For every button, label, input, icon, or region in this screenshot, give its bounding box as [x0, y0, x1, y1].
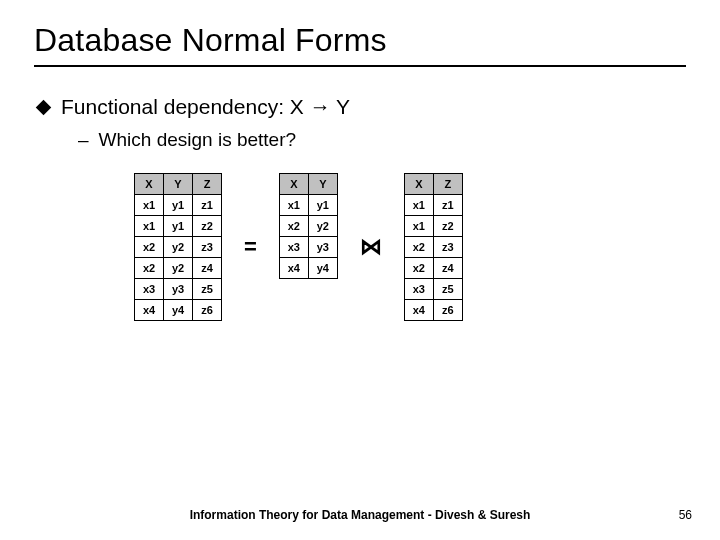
- t1-r3c2: z4: [193, 258, 222, 279]
- t2-r3c1: y4: [308, 258, 337, 279]
- t3-r5c1: z6: [433, 300, 462, 321]
- page-number: 56: [679, 508, 692, 522]
- t2-h-x: X: [279, 174, 308, 195]
- t3-r3c1: z4: [433, 258, 462, 279]
- t1-h-y: Y: [164, 174, 193, 195]
- t1-r5c1: y4: [164, 300, 193, 321]
- table-xy: X Y x1y1 x2y2 x3y3 x4y4: [279, 173, 338, 279]
- t1-r1c2: z2: [193, 216, 222, 237]
- t1-r1c0: x1: [135, 216, 164, 237]
- t1-h-z: Z: [193, 174, 222, 195]
- t3-r1c0: x1: [404, 216, 433, 237]
- t3-r3c0: x2: [404, 258, 433, 279]
- t1-r4c2: z5: [193, 279, 222, 300]
- title-rule: [34, 65, 686, 67]
- t2-h-y: Y: [308, 174, 337, 195]
- t1-r1c1: y1: [164, 216, 193, 237]
- dash-icon: –: [78, 129, 89, 151]
- t2-r0c0: x1: [279, 195, 308, 216]
- t2-r2c0: x3: [279, 237, 308, 258]
- t3-r2c1: z3: [433, 237, 462, 258]
- t1-r0c2: z1: [193, 195, 222, 216]
- t3-r1c1: z2: [433, 216, 462, 237]
- t1-r5c0: x4: [135, 300, 164, 321]
- subbullet-1-text: Which design is better?: [99, 129, 297, 151]
- t1-r3c0: x2: [135, 258, 164, 279]
- page-title: Database Normal Forms: [34, 22, 686, 59]
- t2-r1c1: y2: [308, 216, 337, 237]
- t1-r2c1: y2: [164, 237, 193, 258]
- t1-r2c2: z3: [193, 237, 222, 258]
- t3-r5c0: x4: [404, 300, 433, 321]
- t2-r2c1: y3: [308, 237, 337, 258]
- t3-h-x: X: [404, 174, 433, 195]
- t1-r5c2: z6: [193, 300, 222, 321]
- tables-row: X Y Z x1y1z1 x1y1z2 x2y2z3 x2y2z4 x3y3z5…: [134, 173, 686, 321]
- t1-r4c1: y3: [164, 279, 193, 300]
- t3-r0c1: z1: [433, 195, 462, 216]
- slide: Database Normal Forms Functional depende…: [0, 0, 720, 540]
- diamond-icon: [36, 99, 52, 115]
- t3-r2c0: x2: [404, 237, 433, 258]
- t1-h-x: X: [135, 174, 164, 195]
- join-operator: ⋈: [360, 234, 382, 260]
- footer-text: Information Theory for Data Management -…: [0, 508, 720, 522]
- t2-r0c1: y1: [308, 195, 337, 216]
- t3-h-z: Z: [433, 174, 462, 195]
- t3-r4c1: z5: [433, 279, 462, 300]
- t3-r4c0: x3: [404, 279, 433, 300]
- t1-r2c0: x2: [135, 237, 164, 258]
- equals-operator: =: [244, 234, 257, 260]
- t1-r0c0: x1: [135, 195, 164, 216]
- bullet-1-text: Functional dependency: X → Y: [61, 95, 350, 119]
- table-xyz: X Y Z x1y1z1 x1y1z2 x2y2z3 x2y2z4 x3y3z5…: [134, 173, 222, 321]
- t2-r1c0: x2: [279, 216, 308, 237]
- bullet-1: Functional dependency: X → Y: [38, 95, 686, 119]
- table-xz: X Z x1z1 x1z2 x2z3 x2z4 x3z5 x4z6: [404, 173, 463, 321]
- t1-r4c0: x3: [135, 279, 164, 300]
- subbullet-1: – Which design is better?: [78, 129, 686, 151]
- t1-r0c1: y1: [164, 195, 193, 216]
- t2-r3c0: x4: [279, 258, 308, 279]
- t3-r0c0: x1: [404, 195, 433, 216]
- t1-r3c1: y2: [164, 258, 193, 279]
